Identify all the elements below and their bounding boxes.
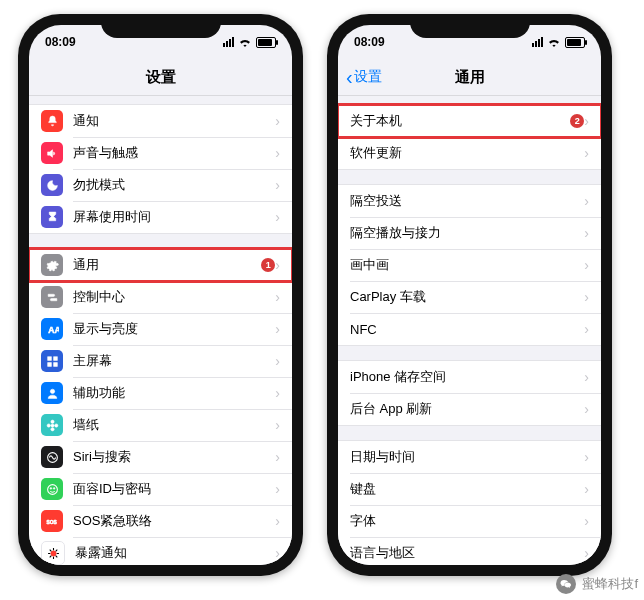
row-label: 控制中心 [73, 288, 275, 306]
svg-point-1 [50, 389, 54, 393]
row-display[interactable]: AA显示与亮度› [29, 313, 292, 345]
grid-icon [41, 350, 63, 372]
chevron-right-icon: › [584, 449, 589, 465]
row-dnd[interactable]: 勿扰模式› [29, 169, 292, 201]
row-fonts[interactable]: 字体› [338, 505, 601, 537]
page-title: 设置 [146, 68, 176, 87]
row-label: 日期与时间 [350, 448, 584, 466]
chevron-right-icon: › [584, 481, 589, 497]
svg-text:SOS: SOS [46, 520, 57, 525]
row-accessibility[interactable]: 辅助功能› [29, 377, 292, 409]
svg-point-8 [47, 484, 57, 494]
row-sounds[interactable]: 声音与触感› [29, 137, 292, 169]
row-notifications[interactable]: 通知› [29, 105, 292, 137]
speaker-icon [41, 142, 63, 164]
row-update[interactable]: 软件更新› [338, 137, 601, 169]
row-label: 通用 [73, 256, 255, 274]
row-label: 后台 App 刷新 [350, 400, 584, 418]
chevron-right-icon: › [275, 177, 280, 193]
hourglass-icon [41, 206, 63, 228]
chevron-right-icon: › [584, 193, 589, 209]
chevron-right-icon: › [275, 321, 280, 337]
step-badge: 1 [261, 258, 275, 272]
svg-point-9 [50, 487, 52, 489]
settings-list[interactable]: 通知›声音与触感›勿扰模式›屏幕使用时间›通用1›控制中心›AA显示与亮度›主屏… [29, 96, 292, 565]
svg-point-6 [54, 423, 57, 426]
moon-icon [41, 174, 63, 196]
row-datetime[interactable]: 日期与时间› [338, 441, 601, 473]
back-label: 设置 [354, 68, 382, 86]
notch [101, 14, 221, 38]
row-label: 主屏幕 [73, 352, 275, 370]
flower-icon [41, 414, 63, 436]
row-label: 画中画 [350, 256, 584, 274]
chevron-right-icon: › [584, 257, 589, 273]
row-label: SOS紧急联络 [73, 512, 275, 530]
phone-left: 08:09 设置 通知›声音与触感›勿扰模式›屏幕使用时间›通用1›控制中心›A… [18, 14, 303, 576]
row-label: 面容ID与密码 [73, 480, 275, 498]
sos-icon: SOS [41, 510, 63, 532]
row-airdrop[interactable]: 隔空投送› [338, 185, 601, 217]
chevron-right-icon: › [275, 145, 280, 161]
row-screentime[interactable]: 屏幕使用时间› [29, 201, 292, 233]
row-homescreen[interactable]: 主屏幕› [29, 345, 292, 377]
signal-icon [532, 37, 543, 47]
row-storage[interactable]: iPhone 储存空间› [338, 361, 601, 393]
chevron-right-icon: › [584, 513, 589, 529]
svg-point-12 [50, 550, 55, 555]
row-label: CarPlay 车载 [350, 288, 584, 306]
row-label: 隔空播放与接力 [350, 224, 584, 242]
back-button[interactable]: ‹ 设置 [346, 67, 382, 87]
row-controlcenter[interactable]: 控制中心› [29, 281, 292, 313]
row-label: 通知 [73, 112, 275, 130]
chevron-right-icon: › [584, 321, 589, 337]
row-general[interactable]: 通用1› [29, 249, 292, 281]
row-label: iPhone 储存空间 [350, 368, 584, 386]
step-badge: 2 [570, 114, 584, 128]
row-label: 字体 [350, 512, 584, 530]
screen: 08:09 设置 通知›声音与触感›勿扰模式›屏幕使用时间›通用1›控制中心›A… [29, 25, 292, 565]
battery-icon [256, 37, 276, 48]
signal-icon [223, 37, 234, 47]
notch [410, 14, 530, 38]
chevron-left-icon: ‹ [346, 67, 353, 87]
row-label: 显示与亮度 [73, 320, 275, 338]
chevron-right-icon: › [584, 225, 589, 241]
chevron-right-icon: › [275, 449, 280, 465]
row-about[interactable]: 关于本机2› [338, 105, 601, 137]
virus-icon [41, 541, 65, 565]
chevron-right-icon: › [275, 417, 280, 433]
bell-icon [41, 110, 63, 132]
row-lang[interactable]: 语言与地区› [338, 537, 601, 565]
svg-point-2 [50, 423, 53, 426]
row-keyboard[interactable]: 键盘› [338, 473, 601, 505]
row-airplay[interactable]: 隔空播放与接力› [338, 217, 601, 249]
row-exposure[interactable]: 暴露通知› [29, 537, 292, 565]
row-label: Siri与搜索 [73, 448, 275, 466]
svg-point-10 [53, 487, 55, 489]
row-bgapp[interactable]: 后台 App 刷新› [338, 393, 601, 425]
row-faceid[interactable]: 面容ID与密码› [29, 473, 292, 505]
row-label: 关于本机 [350, 112, 564, 130]
row-label: 屏幕使用时间 [73, 208, 275, 226]
row-sos[interactable]: SOSSOS紧急联络› [29, 505, 292, 537]
row-wallpaper[interactable]: 墙纸› [29, 409, 292, 441]
chevron-right-icon: › [584, 545, 589, 561]
chevron-right-icon: › [275, 209, 280, 225]
phone-pair: 08:09 设置 通知›声音与触感›勿扰模式›屏幕使用时间›通用1›控制中心›A… [0, 0, 644, 576]
wifi-icon [238, 37, 252, 47]
siri-icon [41, 446, 63, 468]
chevron-right-icon: › [275, 481, 280, 497]
watermark: 蜜蜂科技f [556, 574, 638, 594]
row-pip[interactable]: 画中画› [338, 249, 601, 281]
text-icon: AA [41, 318, 63, 340]
chevron-right-icon: › [275, 257, 280, 273]
row-carplay[interactable]: CarPlay 车载› [338, 281, 601, 313]
row-nfc[interactable]: NFC› [338, 313, 601, 345]
chevron-right-icon: › [275, 385, 280, 401]
row-siri[interactable]: Siri与搜索› [29, 441, 292, 473]
general-list[interactable]: 关于本机2›软件更新›隔空投送›隔空播放与接力›画中画›CarPlay 车载›N… [338, 96, 601, 565]
watermark-text: 蜜蜂科技f [582, 575, 638, 593]
row-label: 辅助功能 [73, 384, 275, 402]
row-label: 勿扰模式 [73, 176, 275, 194]
